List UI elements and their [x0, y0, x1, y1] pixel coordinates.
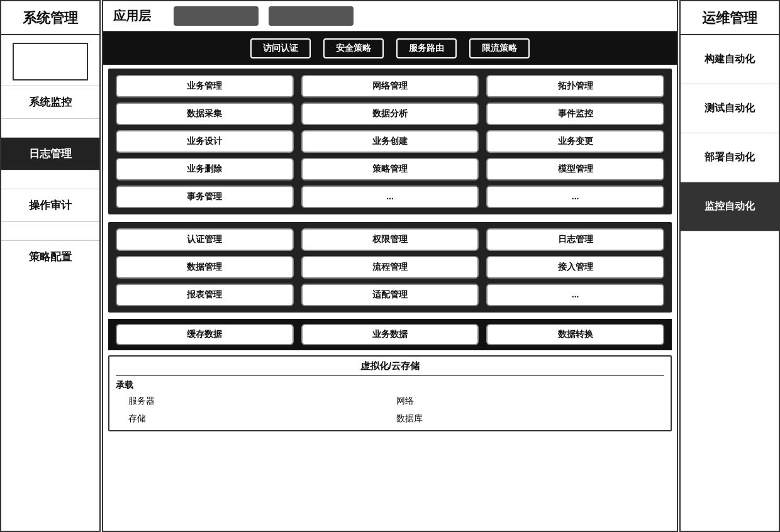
data-row: 缓存数据 业务数据 数据转换	[108, 319, 672, 350]
sidebar-item-policy-config[interactable]: 策略配置	[1, 240, 99, 273]
banner-tag-auth[interactable]: 访问认证	[250, 38, 311, 58]
func-btn-s2r1c2[interactable]: 权限管理	[301, 228, 479, 251]
left-sidebar: 系统管理 系统监控 日志管理 操作审计 策略配置	[0, 0, 101, 532]
func-btn-s2r1c1[interactable]: 认证管理	[116, 228, 294, 251]
func-btn-s2r1c3[interactable]: 日志管理	[486, 228, 664, 251]
left-spacer-3	[1, 221, 99, 240]
right-sidebar: 运维管理 构建自动化 测试自动化 部署自动化 监控自动化	[679, 0, 780, 532]
func-btn-s1r5c1[interactable]: 事务管理	[116, 186, 294, 208]
virt-row: 虚拟化/云存储 承载 服务器 网络 存储 数据库	[108, 355, 672, 431]
sidebar-item-op-audit[interactable]: 操作审计	[1, 189, 99, 221]
data-btn-cache[interactable]: 缓存数据	[116, 324, 294, 345]
func-btn-s2r3c3[interactable]: ...	[486, 284, 664, 306]
virt-items: 服务器 网络 存储 数据库	[116, 394, 664, 426]
left-spacer-2	[1, 170, 99, 189]
banner-tag-sec[interactable]: 安全策略	[323, 38, 384, 58]
banner-tag-limit[interactable]: 限流策略	[469, 38, 530, 58]
data-btn-biz[interactable]: 业务数据	[301, 324, 479, 345]
left-sidebar-title: 系统管理	[1, 1, 99, 35]
main-center: 应用层 访问认证 安全策略 服务路由 限流策略 业务管理 网络管理 拓扑管理 数…	[102, 0, 678, 532]
func-btn-s1r5c2[interactable]: ...	[301, 186, 479, 208]
func-btn-s2r2c3[interactable]: 接入管理	[486, 256, 664, 279]
virt-item-server: 服务器	[128, 394, 396, 409]
app-layer-header: 应用层	[103, 1, 677, 32]
func-btn-s1r2c2[interactable]: 数据分析	[301, 103, 479, 125]
func-btn-s1r3c2[interactable]: 业务创建	[301, 130, 479, 153]
func-btn-s1r4c2[interactable]: 策略管理	[301, 158, 479, 180]
content-area: 业务管理 网络管理 拓扑管理 数据采集 数据分析 事件监控 业务设计 业务创建 …	[103, 65, 677, 531]
section-2-grid: 认证管理 权限管理 日志管理 数据管理 流程管理 接入管理 报表管理 适配管理 …	[116, 228, 664, 306]
data-btn-transform[interactable]: 数据转换	[486, 324, 664, 345]
virt-carrier-label: 承载	[116, 380, 664, 391]
func-btn-s1r1c1[interactable]: 业务管理	[116, 75, 294, 97]
virt-title: 虚拟化/云存储	[116, 360, 664, 376]
right-item-build-auto[interactable]: 构建自动化	[681, 35, 779, 84]
sidebar-item-system-monitor[interactable]: 系统监控	[1, 86, 99, 118]
func-btn-s1r1c2[interactable]: 网络管理	[301, 75, 479, 97]
right-item-monitor-auto[interactable]: 监控自动化	[681, 182, 779, 231]
func-btn-s2r2c2[interactable]: 流程管理	[301, 256, 479, 279]
app-layer-title: 应用层	[113, 8, 151, 25]
virt-item-storage: 存储	[128, 411, 396, 426]
func-btn-s2r2c1[interactable]: 数据管理	[116, 256, 294, 279]
func-btn-s1r4c1[interactable]: 业务删除	[116, 158, 294, 180]
section-1-grid: 业务管理 网络管理 拓扑管理 数据采集 数据分析 事件监控 业务设计 业务创建 …	[116, 75, 664, 208]
func-btn-s1r5c3[interactable]: ...	[486, 186, 664, 208]
banner-tag-route[interactable]: 服务路由	[396, 38, 457, 58]
virt-item-db: 数据库	[396, 411, 664, 426]
sidebar-item-log-mgmt[interactable]: 日志管理	[1, 137, 99, 170]
func-btn-s2r3c1[interactable]: 报表管理	[116, 284, 294, 306]
func-btn-s1r2c3[interactable]: 事件监控	[486, 103, 664, 125]
right-item-test-auto[interactable]: 测试自动化	[681, 84, 779, 133]
header-btn-1[interactable]	[174, 6, 259, 26]
black-banner: 访问认证 安全策略 服务路由 限流策略	[103, 32, 677, 65]
right-item-deploy-auto[interactable]: 部署自动化	[681, 133, 779, 182]
func-btn-s1r1c3[interactable]: 拓扑管理	[486, 75, 664, 97]
section-1: 业务管理 网络管理 拓扑管理 数据采集 数据分析 事件监控 业务设计 业务创建 …	[108, 69, 672, 214]
left-logo-box	[13, 43, 88, 80]
header-btn-2[interactable]	[269, 6, 354, 26]
section-2: 认证管理 权限管理 日志管理 数据管理 流程管理 接入管理 报表管理 适配管理 …	[108, 222, 672, 313]
func-btn-s1r3c1[interactable]: 业务设计	[116, 130, 294, 153]
func-btn-s1r3c3[interactable]: 业务变更	[486, 130, 664, 153]
virt-item-network: 网络	[396, 394, 664, 409]
func-btn-s1r2c1[interactable]: 数据采集	[116, 103, 294, 125]
left-spacer-1	[1, 118, 99, 137]
func-btn-s1r4c3[interactable]: 模型管理	[486, 158, 664, 180]
right-sidebar-title: 运维管理	[681, 1, 779, 35]
func-btn-s2r3c2[interactable]: 适配管理	[301, 284, 479, 306]
